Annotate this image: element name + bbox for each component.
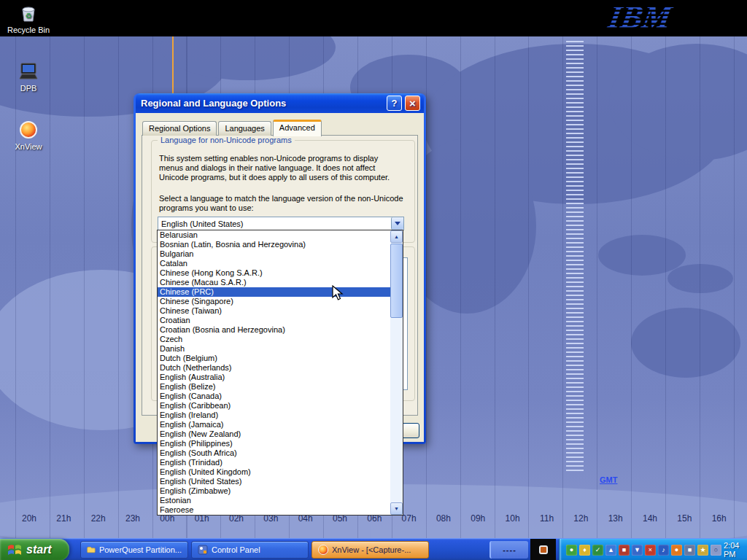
dropdown-item[interactable]: English (United States)	[158, 477, 390, 486]
timezone-hour-label: 08h	[436, 513, 451, 524]
tray-icon[interactable]: ■	[619, 545, 630, 556]
dropdown-item[interactable]: Chinese (Singapore)	[158, 297, 390, 306]
timezone-hour-label: 09h	[471, 513, 485, 524]
group-box-title: Language for non-Unicode programs	[158, 136, 295, 144]
help-button[interactable]: ?	[387, 96, 402, 111]
taskbar-dark-toolbar[interactable]	[530, 539, 556, 560]
window-title: Regional and Language Options	[141, 98, 286, 109]
start-button[interactable]: start	[0, 539, 69, 560]
dropdown-item[interactable]: Catalan	[158, 259, 390, 268]
dropdown-item[interactable]: English (New Zealand)	[158, 429, 390, 439]
tray-icon[interactable]: ♦	[579, 545, 590, 556]
dropdown-item[interactable]: Dutch (Netherlands)	[158, 363, 390, 373]
dropdown-scrollbar[interactable]: ▲ ▼	[390, 230, 403, 515]
dropdown-item[interactable]: English (South Africa)	[158, 448, 390, 458]
desktop-icon-label: Recycle Bin	[7, 26, 50, 34]
tray-icon[interactable]: ●	[566, 545, 577, 556]
desktop-icon-label: DPB	[20, 84, 37, 93]
dropdown-item[interactable]: English (Zimbabwe)	[158, 486, 390, 496]
language-combobox[interactable]: English (United States)	[158, 217, 404, 230]
tray-icon[interactable]: ★	[697, 545, 708, 556]
tray-icon[interactable]: ♪	[658, 545, 669, 556]
dropdown-item[interactable]: English (Philippines)	[158, 439, 390, 448]
dropdown-item[interactable]: Chinese (Macau S.A.R.)	[158, 278, 390, 287]
group-description: This system setting enables non-Unicode …	[159, 154, 404, 182]
timezone-hour-label: 10h	[506, 513, 520, 524]
scrollbar-thumb[interactable]	[390, 244, 403, 318]
dropdown-item[interactable]: Croatian	[158, 316, 390, 325]
taskbar: start PowerQuest Partition... Control Pa…	[0, 538, 747, 560]
dropdown-item[interactable]: Danish	[158, 344, 390, 354]
timezone-hour-label: 07h	[402, 513, 417, 524]
laptop-icon	[18, 61, 39, 82]
dropdown-item[interactable]: Croatian (Bosnia and Herzegovina)	[158, 325, 390, 335]
scroll-up-button[interactable]: ▲	[390, 230, 403, 243]
tray-icon[interactable]: ●	[671, 545, 682, 556]
tab-advanced[interactable]: Advanced	[273, 120, 322, 136]
tray-clock[interactable]: 2:04 PM	[724, 541, 740, 559]
tray-icon[interactable]: ■	[684, 545, 695, 556]
combobox-value: English (United States)	[161, 219, 244, 228]
taskbar-button-control-panel[interactable]: Control Panel	[191, 541, 309, 559]
control-panel-icon	[198, 545, 208, 555]
dropdown-item[interactable]: Belarusian	[158, 230, 390, 240]
desktop-icon-xnview[interactable]: XnView	[1, 120, 55, 151]
taskbar-toolbar[interactable]: ----	[489, 541, 528, 559]
group-instruction: Select a language to match the language …	[159, 194, 404, 213]
scroll-down-button[interactable]: ▼	[390, 502, 403, 515]
dropdown-item[interactable]: Chinese (PRC)	[158, 287, 390, 297]
date-line-hatched-band	[566, 41, 584, 471]
timezone-hour-label: 16h	[712, 513, 727, 524]
dropdown-item[interactable]: English (Ireland)	[158, 411, 390, 420]
dropdown-item[interactable]: Estonian	[158, 496, 390, 505]
tray-icon[interactable]: ▼	[632, 545, 643, 556]
timezone-hour-label: 20h	[22, 513, 36, 524]
chevron-down-icon	[395, 222, 400, 225]
svg-text:♻: ♻	[26, 12, 32, 20]
desktop-icon-recycle-bin[interactable]: ♻ Recycle Bin	[1, 3, 55, 34]
dropdown-item[interactable]: Chinese (Hong Kong S.A.R.)	[158, 268, 390, 278]
gmt-label: GMT	[600, 475, 617, 484]
svg-text:IBM: IBM	[605, 0, 676, 35]
dropdown-item[interactable]: English (Canada)	[158, 392, 390, 401]
desktop-icon-label: XnView	[15, 142, 42, 151]
tab-strip: Regional Options Languages Advanced	[142, 120, 323, 136]
dropdown-item[interactable]: English (Jamaica)	[158, 420, 390, 429]
window-titlebar[interactable]: Regional and Language Options ? ×	[136, 93, 424, 113]
timezone-hour-label: 14h	[643, 513, 657, 524]
timezone-hour-label: 22h	[91, 513, 106, 524]
tray-icon[interactable]: ✓	[592, 545, 603, 556]
dropdown-item[interactable]: Dutch (Belgium)	[158, 354, 390, 363]
desktop-icon-dpb[interactable]: DPB	[1, 61, 55, 93]
taskbar-button-label: PowerQuest Partition...	[99, 545, 182, 554]
dropdown-item[interactable]: English (United Kingdom)	[158, 467, 390, 477]
dropdown-item[interactable]: English (Belize)	[158, 382, 390, 392]
toolbar-app-icon	[539, 545, 548, 554]
dropdown-item[interactable]: Bulgarian	[158, 249, 390, 259]
tab-languages[interactable]: Languages	[218, 121, 271, 136]
dropdown-item[interactable]: English (Caribbean)	[158, 401, 390, 411]
desktop-screen: GMT 20h21h22h23h00h01h02h03h04h05h06h07h…	[0, 0, 747, 560]
combobox-dropdown-button[interactable]	[391, 217, 403, 230]
dropdown-item[interactable]: Bosnian (Latin, Bosnia and Herzegovina)	[158, 240, 390, 249]
timezone-hour-label: 21h	[56, 513, 71, 524]
timezone-hour-label: 13h	[608, 513, 623, 524]
timezone-hour-label: 23h	[125, 513, 140, 524]
dropdown-item[interactable]: Faeroese	[158, 505, 390, 515]
system-tray: ● ♦ ✓ ▲ ■ ▼ × ♪ ● ■	[559, 539, 747, 560]
dropdown-item[interactable]: English (Australia)	[158, 373, 390, 382]
taskbar-button-xnview[interactable]: XnView - [<Capture-...	[311, 541, 429, 559]
dropdown-item[interactable]: Czech	[158, 335, 390, 344]
close-button[interactable]: ×	[405, 96, 420, 111]
taskbar-button-powerquest[interactable]: PowerQuest Partition...	[80, 541, 188, 559]
windows-flag-icon	[7, 543, 22, 556]
xnview-icon	[318, 545, 328, 555]
dropdown-item[interactable]: English (Trinidad)	[158, 458, 390, 467]
orange-marker-line	[172, 36, 174, 96]
tray-icon[interactable]: ×	[645, 545, 656, 556]
tray-icon[interactable]: ○	[711, 545, 721, 556]
language-dropdown-list[interactable]: ▲ ▼ Belarusian Bosnian (Latin, Bosnia an…	[157, 230, 403, 516]
tab-regional-options[interactable]: Regional Options	[142, 121, 217, 136]
dropdown-item[interactable]: Chinese (Taiwan)	[158, 306, 390, 316]
tray-icon[interactable]: ▲	[605, 545, 616, 556]
